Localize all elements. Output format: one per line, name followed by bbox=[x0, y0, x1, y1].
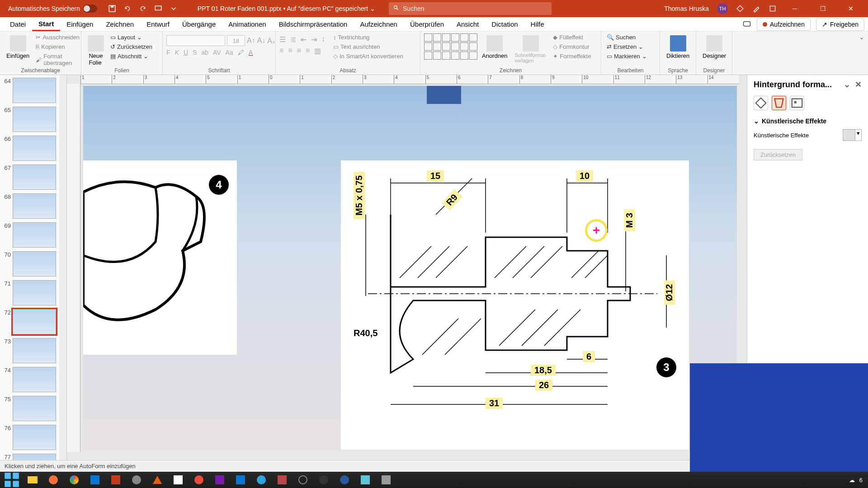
section-button[interactable]: ▤Abschnitt ⌄ bbox=[108, 52, 154, 60]
effects-section-header[interactable]: ⌄Künstlerische Effekte bbox=[754, 117, 862, 125]
tab-zeichnen[interactable]: Zeichnen bbox=[99, 17, 140, 31]
slide-thumb-64[interactable] bbox=[13, 78, 56, 103]
svg-line-16 bbox=[445, 319, 481, 355]
toggle-switch[interactable] bbox=[83, 5, 97, 13]
freigeben-button[interactable]: ↗Freigeben bbox=[816, 18, 864, 31]
user-avatar[interactable]: TH bbox=[717, 3, 728, 14]
effects-icon: ✦ bbox=[553, 53, 558, 60]
app-icon-1[interactable] bbox=[127, 472, 146, 488]
vlc-icon[interactable] bbox=[147, 472, 167, 488]
tab-ueberpruefen[interactable]: Überprüfen bbox=[404, 17, 450, 31]
tab-datei[interactable]: Datei bbox=[4, 17, 32, 31]
tab-hilfe[interactable]: Hilfe bbox=[524, 17, 551, 31]
close-button[interactable]: ✕ bbox=[841, 5, 861, 12]
pane-close-icon[interactable]: ✕ bbox=[855, 80, 862, 89]
user-name[interactable]: Thomas Hruska bbox=[664, 5, 709, 12]
slide-thumb-69[interactable] bbox=[13, 222, 56, 248]
slide-canvas[interactable]: 12345101234567891011121314 4 bbox=[67, 75, 747, 460]
tab-dictation[interactable]: Dictation bbox=[485, 17, 524, 31]
window-icon[interactable] bbox=[769, 5, 777, 13]
undo-icon[interactable] bbox=[123, 5, 132, 13]
slide[interactable]: 4 bbox=[83, 86, 737, 450]
document-title[interactable]: PPT 01 Roter Faden 001.pptx • Auf "diese… bbox=[184, 5, 389, 12]
minimize-button[interactable]: ─ bbox=[785, 5, 805, 12]
vscode-icon[interactable] bbox=[231, 472, 250, 488]
effects-tab-icon[interactable] bbox=[772, 96, 786, 110]
dictate-button[interactable]: Diktieren bbox=[664, 33, 692, 61]
redo-icon[interactable] bbox=[139, 5, 147, 13]
shapes-gallery[interactable] bbox=[424, 33, 477, 60]
tab-uebergaenge[interactable]: Übergänge bbox=[176, 17, 222, 31]
present-icon[interactable] bbox=[154, 5, 162, 13]
arrange-button[interactable]: Anordnen bbox=[479, 33, 510, 61]
slide-thumb-72[interactable] bbox=[13, 309, 56, 334]
title-bar: Automatisches Speichern PPT 01 Roter Fad… bbox=[0, 0, 868, 17]
slide-thumb-75[interactable] bbox=[13, 396, 56, 421]
slide-thumb-76[interactable] bbox=[13, 425, 56, 450]
app-icon-2[interactable] bbox=[168, 472, 188, 488]
picture-tab-icon[interactable] bbox=[790, 96, 804, 110]
aufzeichnen-button[interactable]: Aufzeichnen bbox=[757, 18, 811, 31]
fill-tab-icon[interactable] bbox=[754, 96, 768, 110]
collapse-ribbon-icon[interactable]: ⌄ bbox=[855, 32, 868, 75]
pane-options-icon[interactable]: ⌄ bbox=[844, 80, 850, 89]
slide-thumb-68[interactable] bbox=[13, 193, 56, 219]
slide-thumb-65[interactable] bbox=[13, 107, 56, 132]
telegram-icon[interactable] bbox=[251, 472, 271, 488]
app-icon-4[interactable] bbox=[272, 472, 292, 488]
thumbs-scrollbar[interactable] bbox=[59, 75, 66, 460]
autosave-toggle[interactable]: Automatisches Speichern bbox=[4, 5, 102, 13]
firefox-icon[interactable] bbox=[43, 472, 63, 488]
search-box[interactable] bbox=[389, 2, 552, 15]
tab-start[interactable]: Start bbox=[32, 17, 60, 31]
tab-ansicht[interactable]: Ansicht bbox=[450, 17, 485, 31]
slide-thumb-70[interactable] bbox=[13, 251, 56, 277]
designer-button[interactable]: Designer bbox=[700, 33, 729, 61]
select-button[interactable]: ▭Markieren ⌄ bbox=[605, 52, 649, 60]
app-icon-3[interactable] bbox=[189, 472, 209, 488]
start-button[interactable] bbox=[2, 472, 22, 488]
search-input[interactable] bbox=[403, 5, 547, 12]
app-icon-6[interactable] bbox=[335, 472, 354, 488]
slide-thumb-77[interactable] bbox=[13, 454, 56, 460]
explorer-icon[interactable] bbox=[23, 472, 42, 488]
find-button[interactable]: 🔍Suchen bbox=[605, 33, 649, 41]
app-icon-7[interactable] bbox=[355, 472, 375, 488]
slide-thumb-67[interactable] bbox=[13, 164, 56, 190]
pen-icon[interactable] bbox=[752, 5, 760, 13]
paste-button[interactable]: Einfügen bbox=[4, 33, 32, 61]
tab-animationen[interactable]: Animationen bbox=[222, 17, 272, 31]
more-icon[interactable] bbox=[170, 5, 178, 13]
diamond-icon[interactable] bbox=[736, 5, 744, 13]
weather-icon[interactable]: ☁ bbox=[849, 477, 855, 483]
temperature[interactable]: 6 bbox=[859, 477, 863, 483]
tab-bildschirm[interactable]: Bildschirmpräsentation bbox=[273, 17, 354, 31]
save-icon[interactable] bbox=[108, 5, 116, 13]
replace-button[interactable]: ⇄Ersetzen ⌄ bbox=[605, 43, 649, 51]
powerpoint-icon[interactable] bbox=[106, 472, 126, 488]
slide-thumb-73[interactable] bbox=[13, 338, 56, 363]
slide-thumb-66[interactable] bbox=[13, 136, 56, 161]
maximize-button[interactable]: ☐ bbox=[813, 5, 833, 12]
layout-button[interactable]: ▭Layout ⌄ bbox=[108, 33, 154, 41]
app-icon-8[interactable] bbox=[376, 472, 396, 488]
outlook-icon[interactable] bbox=[85, 472, 105, 488]
slide-thumbnails-panel[interactable]: 6465666768697071727374757677 bbox=[0, 75, 67, 460]
image-part-4[interactable]: 4 bbox=[83, 160, 237, 355]
app-icon-5[interactable] bbox=[314, 472, 334, 488]
new-slide-button[interactable]: Neue Folie bbox=[85, 33, 107, 68]
tab-entwurf[interactable]: Entwurf bbox=[140, 17, 176, 31]
slide-thumb-74[interactable] bbox=[13, 367, 56, 392]
comments-icon[interactable] bbox=[742, 20, 751, 29]
onenote-icon[interactable] bbox=[210, 472, 230, 488]
reset-button[interactable]: ↺Zurücksetzen bbox=[108, 43, 154, 51]
blue-rectangle-shape[interactable] bbox=[427, 86, 461, 104]
image-drawing-3[interactable]: 15 10 M5 x 0,75 R9 M 3 Ø12 R40,5 6 18,5 … bbox=[341, 160, 689, 450]
slide-thumb-71[interactable] bbox=[13, 280, 56, 305]
obs-icon[interactable] bbox=[293, 472, 313, 488]
quickstyles-button[interactable]: Schnellformat- vorlagen bbox=[512, 33, 549, 65]
tab-einfuegen[interactable]: Einfügen bbox=[60, 17, 99, 31]
tab-aufzeichnen[interactable]: Aufzeichnen bbox=[354, 17, 404, 31]
chrome-icon[interactable] bbox=[64, 472, 84, 488]
effects-dropdown[interactable]: ▾ bbox=[843, 129, 862, 141]
